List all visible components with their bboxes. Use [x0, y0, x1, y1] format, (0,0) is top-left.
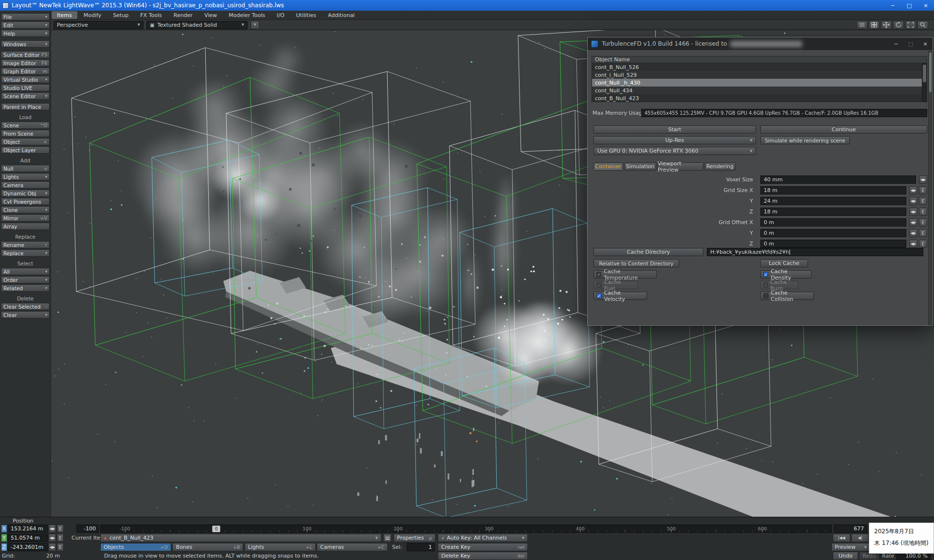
object-list-item[interactable]: cont_Null_434 [592, 87, 927, 94]
sidebar-item-mirror[interactable]: Mirror+V [1, 214, 50, 222]
cache-directory-button[interactable]: Cache Directory [593, 248, 703, 256]
sidebar-item-related[interactable]: Related▾ [1, 284, 50, 292]
tab-container[interactable]: Container [593, 162, 623, 171]
tfd-close-button[interactable]: × [918, 37, 933, 50]
prev-frame-button[interactable]: ◀| [851, 534, 869, 542]
bounds-button[interactable] [905, 21, 916, 29]
minimize-button[interactable]: ─ [884, 0, 901, 11]
tab-simulation[interactable]: Simulation [624, 162, 656, 171]
value-stepper[interactable]: ◀▶ [909, 229, 917, 237]
menu-render[interactable]: Render [168, 11, 198, 19]
start-button[interactable]: Start [593, 125, 756, 134]
param-field-z[interactable]: 18 m [760, 208, 906, 216]
sidebar-item-object-layer[interactable]: Object Layer [1, 146, 50, 154]
undo-button[interactable]: Undo [833, 552, 858, 560]
mode-objects-button[interactable]: Objects+O [100, 543, 171, 551]
sidebar-item-clone[interactable]: Clone▾ [1, 206, 50, 213]
value-stepper[interactable]: ◀▶ [49, 525, 56, 533]
menu-view[interactable]: View [199, 11, 222, 19]
sidebar-item-object[interactable]: Object+ [1, 138, 50, 145]
shading-mode-dropdown[interactable]: ▣ Textured Shaded Solid ▼ [146, 21, 248, 29]
sidebar-item-edit[interactable]: Edit▾ [1, 21, 50, 29]
toggle-cache-velocity[interactable]: ✓Cache Velocity [593, 292, 647, 300]
tfd-scrollbar[interactable] [928, 51, 933, 325]
sidebar-item-clear-selected[interactable]: Clear Selected- [1, 303, 50, 310]
jump-first-button[interactable]: |◀◀ [833, 534, 850, 542]
value-stepper[interactable]: ◀▶ [909, 186, 917, 194]
cache-directory-input[interactable]: H:¥back_¥yukikaze¥tfd¥s2¥h [707, 248, 923, 256]
sidebar-item-null[interactable]: Nulln [1, 165, 50, 172]
relative-to-content-button[interactable]: Relative to Content Directory [593, 259, 679, 267]
envelope-button[interactable]: E [919, 197, 927, 205]
envelope-button[interactable]: E [919, 218, 927, 227]
object-list-item[interactable]: cont_Null _h_430 [592, 79, 927, 87]
envelope-button[interactable]: E [57, 534, 64, 542]
viewport-options-dropdown[interactable]: ▼ [251, 21, 259, 29]
sidebar-item-graph-editor[interactable]: Graph Editorm [1, 68, 50, 75]
position-y-field[interactable]: 51.0574 m [8, 534, 48, 542]
param-field-z[interactable]: 0 m [760, 240, 906, 248]
value-stepper[interactable]: ◀▶ [49, 543, 56, 551]
sidebar-item-rename[interactable]: Renamer [1, 241, 50, 248]
param-field-voxel-size[interactable]: 40 mm [760, 175, 916, 184]
tab-viewport-preview[interactable]: Viewport Preview [657, 162, 703, 171]
menu-setup[interactable]: Setup [108, 11, 134, 19]
sidebar-item-replace[interactable]: Replace▾ [1, 249, 50, 257]
envelope-button[interactable]: E [919, 186, 927, 194]
position-z-field[interactable]: -243.2601m [8, 543, 48, 551]
menu-items[interactable]: Items [52, 11, 77, 19]
param-field-y[interactable]: 0 m [760, 229, 906, 237]
start-frame-field[interactable]: -100 [76, 525, 99, 533]
value-stepper[interactable]: ◀▶ [49, 534, 56, 542]
toggle-cache-density[interactable]: ✓Cache Density [760, 270, 811, 279]
current-frame-handle[interactable]: 0 [212, 525, 220, 532]
scrollbar-thumb[interactable] [923, 65, 926, 82]
tab-rendering[interactable]: Rendering [704, 162, 736, 171]
sidebar-item-help[interactable]: Help▾ [1, 30, 50, 37]
grid-button[interactable] [869, 21, 880, 29]
list-button[interactable] [857, 21, 867, 29]
sidebar-item-camera[interactable]: Camera [1, 181, 50, 189]
mode-cameras-button[interactable]: Cameras+C [317, 543, 388, 551]
param-field-y[interactable]: 24 m [760, 197, 906, 205]
object-list-scrollbar[interactable] [922, 63, 927, 102]
object-list-item[interactable]: cont_B_Null_423 [592, 94, 927, 102]
mode-lights-button[interactable]: Lights+L [245, 543, 316, 551]
sidebar-item-array[interactable]: Array [1, 223, 50, 230]
sidebar-item-file[interactable]: File▾ [1, 13, 50, 20]
maximize-button[interactable]: □ [901, 0, 917, 11]
delete-key-button[interactable]: Delete Key del [438, 552, 528, 560]
sidebar-item-virtual-studio[interactable]: Virtual Studio▾ [1, 76, 50, 83]
lock-cache-button[interactable]: Lock Cache [760, 259, 808, 267]
sidebar-item-image-editor[interactable]: Image EditorF6 [1, 59, 50, 67]
tfd-titlebar[interactable]: TurbulenceFD v1.0 Build 1466 - licensed … [588, 37, 933, 50]
sidebar-item-from-scene[interactable]: From Scene [1, 130, 50, 137]
toggle-cache-collision[interactable]: Cache Collision [760, 292, 814, 300]
item-list-button[interactable]: ▤ [383, 534, 392, 542]
toggle-cache-fuel[interactable]: ✓Cache Fuel [593, 281, 638, 289]
gpu-dropdown[interactable]: Use GPU 0: NVIDIA GeForce RTX 3060 ▼ [593, 147, 756, 155]
create-key-button[interactable]: Create Key ret [438, 543, 528, 551]
value-stepper[interactable]: ◀▶ [919, 175, 927, 184]
envelope-button[interactable]: E [919, 240, 927, 248]
auto-key-dropdown[interactable]: ✓ Auto Key: All Channels ▼ [438, 534, 528, 542]
menu-modeler-tools[interactable]: Modeler Tools [223, 11, 270, 19]
object-list-item[interactable]: cont_i_Null_529 [592, 71, 927, 79]
view-mode-dropdown[interactable]: Perspective ▼ [54, 21, 144, 29]
continue-button[interactable]: Continue [760, 125, 927, 134]
sidebar-item-all[interactable]: All▾ [1, 268, 50, 275]
value-stepper[interactable]: ◀▶ [909, 218, 917, 227]
sidebar-item-studio-live[interactable]: Studio LIVE [1, 84, 50, 91]
tfd-minimize-button[interactable]: ─ [889, 37, 903, 50]
sidebar-item-lights[interactable]: Lights▾ [1, 173, 50, 180]
menu-modify[interactable]: Modify [78, 11, 107, 19]
object-list-item[interactable]: cont_B_Null_526 [592, 63, 927, 71]
timeline-ruler[interactable]: -10001002003004005006000 [100, 525, 832, 533]
close-button[interactable]: × [917, 0, 934, 11]
sidebar-item-order[interactable]: Order▾ [1, 276, 50, 283]
sidebar-item-scene-editor[interactable]: Scene Editor▾ [1, 92, 50, 100]
sidebar-item-windows[interactable]: Windows▾ [1, 40, 50, 48]
sidebar-item-parent-in-place[interactable]: Parent in Place [1, 103, 50, 110]
sidebar-item-surface-editor[interactable]: Surface EditorF5 [1, 51, 50, 58]
sidebar-item-dynamic-obj[interactable]: Dynamic Obj▾ [1, 190, 50, 197]
